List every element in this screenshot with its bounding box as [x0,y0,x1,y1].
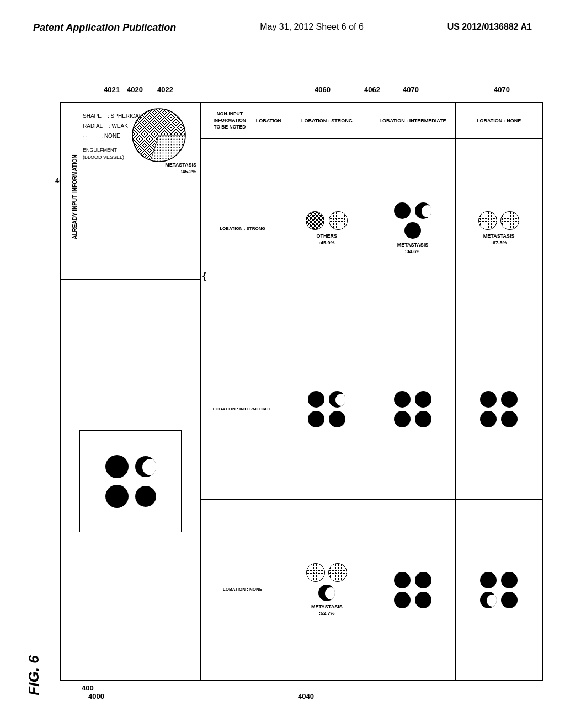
dotted-circle-1 [329,211,348,230]
col-headers: LOBATION : STRONG LOBATION : INTERMEDIAT… [284,103,542,139]
nc-2-3-c [480,411,497,427]
nc-3-1-crescent [318,585,335,601]
col-header-intermediate: LOBATION : INTERMEDIATE [370,103,456,139]
cell-3-1-content [306,563,347,601]
nc-3-2-a [394,572,411,588]
nc-3-2-b [415,572,431,588]
cell-3-2 [370,500,456,680]
nc-2-1-b [329,391,345,408]
cell-1-3-label: METASTASIS:67.5% [483,233,515,246]
ref-4020: 4020 [127,85,143,94]
cell-3-1: METASTASIS:52.7% [284,500,370,680]
dotted-c-2 [500,211,519,230]
nc-2-3-d [501,411,518,427]
bracket-6045: { [202,271,206,281]
nod-row [306,211,348,230]
row-labels: LOBATION : STRONG LOBATION : INTERMEDIAT… [201,139,284,680]
cell-1-1: OTHERS:45.9% [284,139,370,319]
cr-d [325,587,335,599]
pie-label-upper: METASTASIS:45.2% [131,162,196,175]
cell-1-3: METASTASIS:67.5% [456,139,542,319]
ref-4070-right: 4070 [494,85,510,94]
cell-1-1-nodules [306,211,348,230]
r2c3-bot [480,411,518,427]
nodule-crescent-tr [135,456,156,477]
ref-4062: 4062 [364,85,380,94]
r2c2-bot [394,411,431,427]
left-panel: ALREADY INPUT INFORMATION SHAPE : SPHERI… [61,103,201,680]
nc-2-2-c [394,411,411,427]
r3c2-bot [394,592,431,608]
nc1 [394,202,411,219]
dot-c-3-1b [328,563,347,582]
ref-4021: 4021 [104,85,120,94]
right-panel: NON-INPUT INFORMATIONTO BE NOTED LOBATIO… [201,103,542,680]
ref-4022: 4022 [157,85,173,94]
nc-3-3-crescent [480,592,497,608]
r3c1-area [306,563,347,582]
nc-2-2-a [394,391,411,408]
cell-2-2 [370,319,456,500]
publication-title: Patent Application Publication [33,22,176,34]
cell-2-3 [456,319,542,500]
nc3 [404,222,421,239]
page: Patent Application Publication May 31, 2… [0,0,565,728]
ref-4070-left: 4070 [403,85,419,94]
r3c2-top [394,572,431,588]
sheet-info: May 31, 2012 Sheet 6 of 6 [260,22,364,32]
row-label-none: LOBATION : NONE [201,500,284,680]
nodule-row-top [105,455,156,478]
pie-upper-left: METASTASIS:45.2% [131,108,198,168]
cr-c [335,394,345,406]
nc-2-2-b [415,391,431,408]
cell-1-2: METASTASIS:34.6% [370,139,456,319]
col-header-strong: LOBATION : STRONG [284,103,370,139]
ref-4060: 4060 [315,85,331,94]
cell-1-1-label: OTHERS:45.9% [317,233,338,246]
nc2 [415,202,431,219]
header: Patent Application Publication May 31, 2… [0,22,565,34]
hatched-circle-1 [306,211,324,230]
cr-e [487,595,497,607]
dot-c-3-1a [306,563,325,582]
r2c2-top [394,391,431,408]
nodule-circle-bl [105,485,129,508]
r3c3-bot [480,592,518,608]
r2c1-top [308,391,345,408]
cell-2-1 [284,319,370,500]
nc-3-3-d [501,592,518,608]
cell-1-2-nodule-row-top [394,202,431,219]
cell-1-3-pie-area [478,211,519,230]
nc-2-1-a [308,391,324,408]
non-input-label: NON-INPUT INFORMATIONTO BE NOTED LOBATIO… [201,103,284,139]
nc-2-3-b [501,391,518,408]
cell-1-3-content [478,211,519,230]
cell-2-2-content [394,391,431,427]
dotted-c-1 [478,211,497,230]
cell-2-3-content [480,391,518,427]
r2c1-bot [308,411,345,427]
cell-1-2-content [394,202,431,239]
cell-3-3 [456,500,542,680]
crescent-cutout [142,459,156,475]
nc-3-3-a [480,572,497,588]
main-diagram: ALREADY INPUT INFORMATION SHAPE : SPHERI… [60,102,543,681]
nodule-row-bottom [105,485,156,508]
nodule-circle-tl [105,455,129,478]
cell-2-1-content [308,391,345,427]
row-label-strong: LOBATION : STRONG [201,139,284,319]
crescent-c [422,205,431,217]
nc-2-1-d [329,411,345,427]
cell-1-2-nodule-row-bot [404,222,421,239]
nc-2-2-d [415,411,431,427]
nc-2-1-c [308,411,324,427]
col-header-none: LOBATION : NONE [456,103,542,139]
patent-number: US 2012/0136882 A1 [447,22,532,32]
cell-3-2-content [394,572,431,608]
ref-4000: 4000 [88,692,104,700]
already-input-label: ALREADY INPUT INFORMATION [72,142,78,252]
cell-3-1-label: METASTASIS:52.7% [311,604,343,617]
nodule-section [61,282,200,680]
cell-1-2-label: METASTASIS:34.6% [397,242,429,255]
nc-2-3-a [480,391,497,408]
